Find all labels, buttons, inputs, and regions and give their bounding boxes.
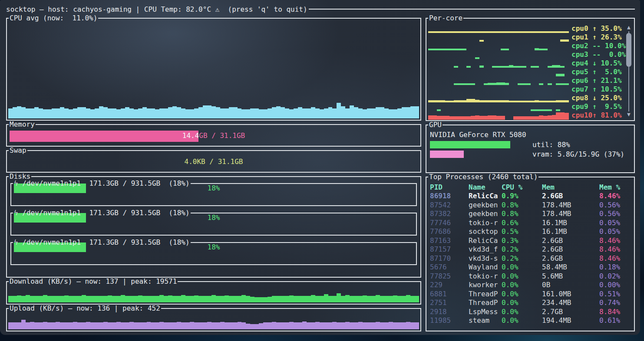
per-core-row: cpu2 -- 10.0%: [428, 42, 624, 50]
process-mem: 0B: [542, 281, 599, 289]
gpu-util-gauge: [430, 141, 521, 148]
scrollbar-down-icon[interactable]: ▼: [627, 111, 631, 118]
spark-bar: [64, 108, 69, 118]
spark-bar: [125, 107, 129, 118]
process-row[interactable]: 11985steam0.0%194.4MB0.61%: [430, 316, 631, 325]
spark-bar: [108, 322, 112, 329]
process-row[interactable]: 87542geekben0.8%178.4MB0.56%: [430, 200, 631, 210]
process-row[interactable]: 6881ThreadP0.0%161.0MB0.51%: [430, 289, 631, 298]
gpu-panel-header: GPU: [426, 121, 635, 129]
spark-bar: [8, 322, 13, 329]
spark-bar: [103, 107, 108, 118]
process-row[interactable]: 77746tokio-r0.6%16.1MB0.05%: [430, 218, 631, 227]
spark-bar: [556, 112, 560, 120]
spark-bar: [129, 296, 134, 302]
spark-bar: [216, 296, 220, 302]
spark-bar: [328, 296, 333, 302]
process-mem-pct: 0.74%: [599, 298, 631, 307]
process-row[interactable]: 229kworker0.0%0B0.00%: [430, 281, 631, 290]
process-row[interactable]: 77686socktop0.5%16.1MB0.05%: [430, 227, 631, 236]
scrollbar-thumb[interactable]: [626, 33, 631, 67]
spark-bar: [194, 322, 198, 329]
per-core-label: cpu0 ↑ 35.0%: [571, 24, 624, 33]
process-row[interactable]: 87157vkd3d_f0.2%2.6GB8.46%: [430, 245, 631, 254]
download-sparkline-chart: [8, 292, 419, 302]
spark-bar: [99, 106, 103, 118]
spark-bar: [289, 322, 294, 329]
flash-disk-icon: ϟ: [14, 238, 22, 246]
spark-bar: [30, 322, 34, 329]
spark-bar: [285, 108, 289, 118]
spark-bar: [367, 108, 371, 118]
disks-panel: Disks ϟ /dev/nvme1n1p1 171.3GB / 931.5GB…: [6, 177, 421, 278]
scrollbar-up-icon[interactable]: ▲: [627, 24, 631, 31]
spark-bar: [90, 109, 95, 118]
spark-bar: [254, 324, 259, 329]
spark-bar: [397, 322, 402, 329]
cpu-avg-sparkline-chart: [8, 26, 419, 118]
spark-bar: [276, 322, 281, 329]
spark-bar: [466, 99, 471, 102]
disk-item-title: ϟ /dev/nvme1n1p1 171.3GB / 931.5GB (18%): [13, 238, 191, 247]
spark-bar: [194, 295, 198, 302]
spark-bar: [259, 323, 263, 329]
scrollbar-track[interactable]: [625, 31, 632, 111]
spark-bar: [151, 108, 155, 118]
spark-bar: [406, 295, 410, 302]
spark-bar: [39, 296, 43, 302]
process-mem-pct: 0.05%: [599, 227, 631, 236]
spark-bar: [337, 103, 341, 118]
gpu-vram-label: vram: 5.8G/15.9G (37%): [532, 150, 624, 158]
process-cpu-pct: 0.2%: [502, 254, 542, 262]
process-row[interactable]: 87170vkd3d-s0.2%2.6GB8.46%: [430, 254, 631, 263]
spark-bar: [159, 108, 164, 118]
spark-bar: [294, 296, 298, 302]
spark-bar: [108, 295, 112, 302]
spark-bar: [116, 322, 121, 329]
spark-bar: [466, 116, 471, 120]
spark-bar: [203, 296, 207, 302]
spark-bar: [86, 322, 90, 329]
spark-bar: [254, 297, 259, 302]
process-pid: 87170: [430, 254, 469, 262]
spark-bar: [268, 322, 272, 329]
spark-bar: [90, 322, 95, 329]
process-row[interactable]: 87163RelicCa0.3%2.6GB8.46%: [430, 236, 631, 245]
download-panel: Download (KB/s) — now: 137 | peak: 19571: [6, 282, 421, 305]
process-mem: 2.6GB: [542, 236, 599, 245]
process-row[interactable]: 77825tokio-r0.0%5.6MB0.02%: [430, 272, 631, 281]
process-row[interactable]: 2751ThreadP0.0%234.4MB0.74%: [430, 298, 631, 308]
spark-bar: [238, 322, 242, 329]
spark-bar: [95, 322, 99, 329]
download-panel-title: Download (KB/s) — now: 137 | peak: 19571: [9, 277, 178, 286]
spark-bar: [241, 109, 246, 118]
process-row[interactable]: 86918RelicCa0.9%2.6GB8.46%: [430, 192, 631, 201]
spark-bar: [185, 109, 190, 118]
spark-bar: [539, 115, 543, 120]
spark-bar: [320, 296, 324, 302]
spark-bar: [56, 296, 60, 302]
spark-bar: [250, 297, 254, 302]
process-name: RelicCa: [469, 192, 502, 200]
per-core-scrollbar[interactable]: ▲ ▼: [625, 24, 632, 118]
spark-bar: [441, 116, 445, 120]
spark-bar: [389, 296, 393, 302]
process-name: Wayland: [469, 263, 502, 271]
process-name: ThreadP: [469, 290, 502, 298]
spark-bar: [276, 296, 281, 302]
spark-bar: [60, 107, 64, 118]
spark-bar: [30, 296, 34, 302]
process-name: socktop: [469, 227, 502, 236]
process-row[interactable]: 2918LspMess0.0%2.7GB8.84%: [430, 307, 631, 316]
process-row[interactable]: 87382geekben0.8%178.4MB0.56%: [430, 210, 631, 219]
process-mem-pct: 0.02%: [599, 272, 631, 280]
spark-bar: [190, 296, 194, 302]
spark-bar: [384, 322, 389, 329]
process-cpu-pct: 0.8%: [502, 201, 542, 209]
memory-total-value: GB / 31.1GB: [199, 131, 245, 140]
process-row[interactable]: 5676Wayland0.0%58.4MB0.18%: [430, 263, 631, 272]
spark-bar: [177, 296, 181, 302]
spark-bar: [250, 324, 254, 329]
spark-bar: [198, 296, 203, 302]
spark-bar: [289, 295, 294, 302]
